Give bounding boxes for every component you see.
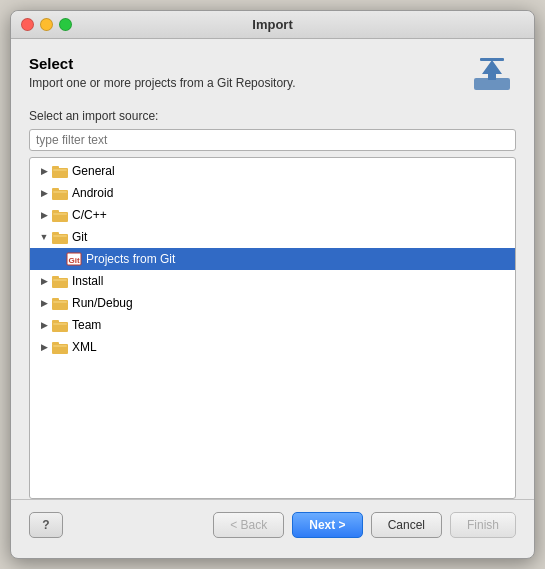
tree-label-projects-from-git: Projects from Git: [86, 252, 175, 266]
svg-rect-10: [52, 210, 59, 213]
dialog-title: Select: [29, 55, 296, 72]
svg-rect-4: [52, 166, 59, 169]
close-button[interactable]: [21, 18, 34, 31]
source-label: Select an import source:: [29, 109, 516, 123]
minimize-button[interactable]: [40, 18, 53, 31]
cancel-button[interactable]: Cancel: [371, 512, 442, 538]
svg-rect-13: [52, 232, 59, 235]
tree-arrow-projects-from-git: [52, 253, 64, 265]
tree-arrow-team: [38, 319, 50, 331]
tree-label-android: Android: [72, 186, 113, 200]
tree-container[interactable]: GeneralAndroidC/C++GitGitProjects from G…: [29, 157, 516, 499]
tree-item-cpp[interactable]: C/C++: [30, 204, 515, 226]
tree-label-xml: XML: [72, 340, 97, 354]
tree-item-android[interactable]: Android: [30, 182, 515, 204]
tree-label-install: Install: [72, 274, 103, 288]
folder-icon-run-debug: [52, 295, 68, 311]
tree-label-run-debug: Run/Debug: [72, 296, 133, 310]
svg-text:Git: Git: [68, 256, 79, 265]
svg-rect-24: [52, 320, 59, 323]
import-dialog: Import Select Import one or more project…: [10, 10, 535, 559]
folder-icon-general: [52, 163, 68, 179]
dialog-subtitle: Import one or more projects from a Git R…: [29, 76, 296, 90]
header-section: Select Import one or more projects from …: [29, 55, 516, 95]
svg-marker-1: [482, 60, 502, 80]
git-item-icon-projects-from-git: Git: [66, 251, 82, 267]
folder-icon-install: [52, 273, 68, 289]
tree-item-install[interactable]: Install: [30, 270, 515, 292]
folder-icon-git: [52, 229, 68, 245]
action-buttons: < Back Next > Cancel Finish: [213, 512, 516, 538]
svg-rect-5: [53, 169, 67, 171]
folder-icon-cpp: [52, 207, 68, 223]
tree-arrow-general: [38, 165, 50, 177]
tree-arrow-cpp: [38, 209, 50, 221]
tree-label-general: General: [72, 164, 115, 178]
svg-rect-25: [53, 323, 67, 325]
tree-arrow-xml: [38, 341, 50, 353]
tree-label-team: Team: [72, 318, 101, 332]
tree-item-xml[interactable]: XML: [30, 336, 515, 358]
folder-icon-xml: [52, 339, 68, 355]
tree-arrow-run-debug: [38, 297, 50, 309]
svg-rect-7: [52, 188, 59, 191]
tree-arrow-android: [38, 187, 50, 199]
folder-icon-android: [52, 185, 68, 201]
titlebar: Import: [11, 11, 534, 39]
svg-rect-27: [52, 342, 59, 345]
filter-input[interactable]: [29, 129, 516, 151]
help-button[interactable]: ?: [29, 512, 63, 538]
tree-arrow-install: [38, 275, 50, 287]
finish-button: Finish: [450, 512, 516, 538]
header-icon: [468, 55, 516, 95]
footer-section: ? < Back Next > Cancel Finish: [29, 500, 516, 542]
tree-label-git: Git: [72, 230, 87, 244]
window-controls: [21, 18, 72, 31]
tree-label-cpp: C/C++: [72, 208, 107, 222]
tree-item-run-debug[interactable]: Run/Debug: [30, 292, 515, 314]
svg-rect-18: [52, 276, 59, 279]
header-text: Select Import one or more projects from …: [29, 55, 296, 90]
svg-rect-2: [480, 58, 504, 61]
next-button[interactable]: Next >: [292, 512, 362, 538]
svg-rect-14: [53, 235, 67, 237]
window-title: Import: [252, 17, 292, 32]
import-git-icon: [470, 56, 514, 94]
svg-rect-11: [53, 213, 67, 215]
back-button[interactable]: < Back: [213, 512, 284, 538]
maximize-button[interactable]: [59, 18, 72, 31]
svg-rect-22: [53, 301, 67, 303]
svg-rect-19: [53, 279, 67, 281]
tree-arrow-git: [38, 231, 50, 243]
svg-rect-8: [53, 191, 67, 193]
dialog-content: Select Import one or more projects from …: [11, 39, 534, 558]
tree-item-general[interactable]: General: [30, 160, 515, 182]
tree-item-git[interactable]: Git: [30, 226, 515, 248]
tree-item-team[interactable]: Team: [30, 314, 515, 336]
folder-icon-team: [52, 317, 68, 333]
tree-item-projects-from-git[interactable]: GitProjects from Git: [30, 248, 515, 270]
svg-rect-28: [53, 345, 67, 347]
svg-rect-21: [52, 298, 59, 301]
